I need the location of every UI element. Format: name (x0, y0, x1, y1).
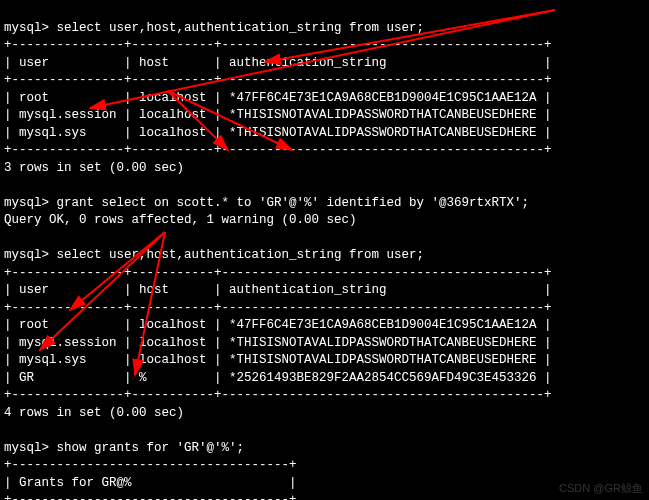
prompt: mysql> (4, 21, 49, 35)
prompt: mysql> (4, 441, 49, 455)
result-summary: 4 rows in set (0.00 sec) (4, 406, 184, 420)
terminal-output: mysql> select user,host,authentication_s… (0, 0, 649, 500)
sql-command: grant select on scott.* to 'GR'@'%' iden… (57, 196, 530, 210)
prompt: mysql> (4, 248, 49, 262)
watermark: CSDN @GR鲸鱼 (559, 481, 643, 496)
table-row: | mysql.sys | localhost | *THISISNOTAVAL… (4, 353, 552, 367)
table-border: +---------------+-----------+-----------… (4, 38, 552, 52)
table-header: | user | host | authentication_string | (4, 56, 552, 70)
table-row: | mysql.session | localhost | *THISISNOT… (4, 336, 552, 350)
result-summary: 3 rows in set (0.00 sec) (4, 161, 184, 175)
table-row: | root | localhost | *47FF6C4E73E1CA9A68… (4, 318, 552, 332)
sql-command: select user,host,authentication_string f… (57, 248, 425, 262)
table-row: | mysql.session | localhost | *THISISNOT… (4, 108, 552, 122)
table-border: +---------------+-----------+-----------… (4, 388, 552, 402)
table-row: | root | localhost | *47FF6C4E73E1CA9A68… (4, 91, 552, 105)
sql-command: show grants for 'GR'@'%'; (57, 441, 245, 455)
table-border: +---------------+-----------+-----------… (4, 143, 552, 157)
table-row: | mysql.sys | localhost | *THISISNOTAVAL… (4, 126, 552, 140)
table-border: +---------------+-----------+-----------… (4, 266, 552, 280)
query-result: Query OK, 0 rows affected, 1 warning (0.… (4, 213, 357, 227)
sql-command: select user,host,authentication_string f… (57, 21, 425, 35)
table-border: +---------------+-----------+-----------… (4, 301, 552, 315)
prompt: mysql> (4, 196, 49, 210)
table-row: | GR | % | *25261493BE829F2AA2854CC569AF… (4, 371, 552, 385)
table-border: +-------------------------------------+ (4, 493, 297, 500)
table-header: | user | host | authentication_string | (4, 283, 552, 297)
table-border: +-------------------------------------+ (4, 458, 297, 472)
table-header: | Grants for GR@% | (4, 476, 297, 490)
table-border: +---------------+-----------+-----------… (4, 73, 552, 87)
